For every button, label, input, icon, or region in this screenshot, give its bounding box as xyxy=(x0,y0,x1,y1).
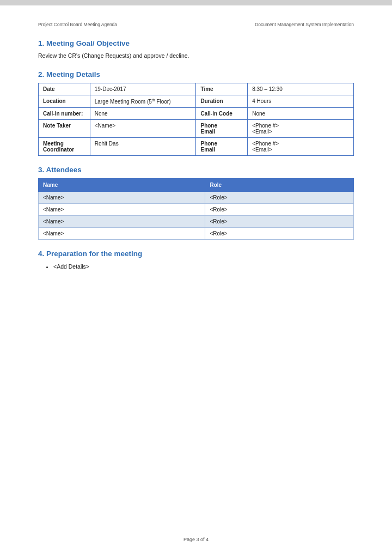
details-value: <Phone #><Email> xyxy=(248,120,354,138)
details-label: Note Taker xyxy=(39,120,90,138)
section2-heading: 2. Meeting Details xyxy=(38,70,354,78)
details-value: Large Meeting Room (5th Floor) xyxy=(90,95,196,107)
attendees-table: Name Role <Name><Role><Name><Role><Name>… xyxy=(38,178,354,240)
details-value: None xyxy=(248,108,354,120)
details-label: Duration xyxy=(196,95,248,107)
details-label: Call-in Code xyxy=(196,108,248,120)
details-value: 19-Dec-2017 xyxy=(90,83,196,95)
details-label: Location xyxy=(39,95,90,107)
attendee-role: <Role> xyxy=(205,216,354,228)
details-value: Rohit Das xyxy=(90,138,196,156)
meeting-details-table: Date 19-Dec-2017 Time 8:30 – 12:30 Locat… xyxy=(38,83,354,156)
attendees-row: <Name><Role> xyxy=(39,228,354,240)
attendee-name: <Name> xyxy=(39,216,205,228)
header-right: Document Management System Implementatio… xyxy=(255,22,354,27)
attendee-role: <Role> xyxy=(205,228,354,240)
attendee-name: <Name> xyxy=(39,204,205,216)
attendees-row: <Name><Role> xyxy=(39,192,354,204)
preparation-list: <Add Details> xyxy=(38,262,354,272)
details-label: Date xyxy=(39,83,90,95)
details-value: <Phone #><Email> xyxy=(248,138,354,156)
details-label: Call-in number: xyxy=(39,108,90,120)
section1-heading: 1. Meeting Goal/ Objective xyxy=(38,39,354,47)
attendees-header-row: Name Role xyxy=(39,179,354,192)
details-value: 8:30 – 12:30 xyxy=(248,83,354,95)
attendees-col-role: Role xyxy=(205,179,354,192)
table-row: Note Taker <Name> PhoneEmail <Phone #><E… xyxy=(39,120,354,138)
details-label: Meeting Coordinator xyxy=(39,138,90,156)
details-label: PhoneEmail xyxy=(196,120,248,138)
attendee-role: <Role> xyxy=(205,192,354,204)
details-value: 4 Hours xyxy=(248,95,354,107)
section3-heading: 3. Attendees xyxy=(38,166,354,174)
details-label: PhoneEmail xyxy=(196,138,248,156)
section4-heading: 4. Preparation for the meeting xyxy=(38,250,354,258)
details-label: Time xyxy=(196,83,248,95)
attendee-name: <Name> xyxy=(39,228,205,240)
attendee-name: <Name> xyxy=(39,192,205,204)
section1-body: Review the CR's (Change Requests) and ap… xyxy=(38,52,354,60)
attendees-row: <Name><Role> xyxy=(39,204,354,216)
page: Project Control Board Meeting Agenda Doc… xyxy=(0,5,392,552)
page-footer: Page 3 of 4 xyxy=(0,537,392,542)
table-row: Date 19-Dec-2017 Time 8:30 – 12:30 xyxy=(39,83,354,95)
attendees-col-name: Name xyxy=(39,179,205,192)
table-row: Call-in number: None Call-in Code None xyxy=(39,108,354,120)
page-header: Project Control Board Meeting Agenda Doc… xyxy=(38,22,354,27)
header-left: Project Control Board Meeting Agenda xyxy=(38,22,117,27)
table-row: Location Large Meeting Room (5th Floor) … xyxy=(39,95,354,107)
page-number: Page 3 of 4 xyxy=(183,537,209,542)
details-value: None xyxy=(90,108,196,120)
table-row: Meeting Coordinator Rohit Das PhoneEmail… xyxy=(39,138,354,156)
attendee-role: <Role> xyxy=(205,204,354,216)
attendees-row: <Name><Role> xyxy=(39,216,354,228)
preparation-item: <Add Details> xyxy=(53,262,354,272)
details-value: <Name> xyxy=(90,120,196,138)
